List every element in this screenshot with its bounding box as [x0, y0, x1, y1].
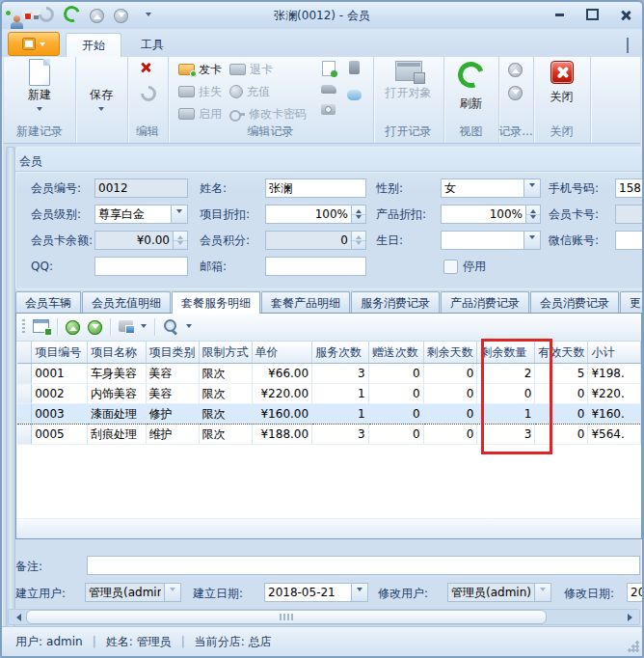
product-discount-field[interactable]: 100%: [441, 205, 541, 224]
scrollbar-thumb[interactable]: [26, 610, 547, 624]
remarks-field[interactable]: [87, 556, 640, 575]
modified-date-field[interactable]: 20: [627, 583, 644, 602]
col-item-name[interactable]: 项目名称: [87, 342, 146, 364]
previous-record-icon[interactable]: [508, 63, 523, 77]
disable-checkbox[interactable]: [443, 260, 458, 274]
col-valid-days[interactable]: 有效天数: [535, 342, 588, 364]
scroll-left-icon[interactable]: [9, 610, 24, 624]
tab-more-info[interactable]: 更多信息: [620, 291, 644, 314]
tab-service-consumption[interactable]: 服务消费记录: [351, 291, 440, 314]
col-gift-count[interactable]: 赠送次数: [368, 342, 423, 364]
issue-card-button[interactable]: 发卡: [178, 60, 222, 79]
birthday-field[interactable]: [441, 231, 541, 250]
modified-by-field[interactable]: 管理员(admin): [447, 583, 551, 602]
recharge-button[interactable]: 充值: [229, 82, 270, 101]
search-icon[interactable]: [163, 318, 178, 337]
tab-start[interactable]: 开始: [66, 33, 121, 58]
open-object-button[interactable]: 打开对象: [373, 59, 443, 99]
dropdown-icon[interactable]: [523, 179, 540, 197]
email-field[interactable]: [265, 257, 366, 276]
new-button[interactable]: 新建: [4, 59, 75, 114]
resize-grip[interactable]: [628, 641, 639, 652]
col-unit-price[interactable]: 单价: [252, 342, 312, 364]
move-up-icon[interactable]: [66, 320, 80, 335]
calculator-icon[interactable]: [349, 61, 360, 77]
tab-package-service-details[interactable]: 套餐服务明细: [172, 291, 260, 314]
tab-member-consumption[interactable]: 会员消费记录: [530, 291, 619, 314]
app-menu-button[interactable]: [8, 32, 60, 56]
gender-field[interactable]: 女: [441, 178, 541, 198]
tab-package-product-details[interactable]: 套餐产品明细: [261, 291, 350, 314]
name-field[interactable]: 张澜: [265, 178, 366, 198]
undo-icon[interactable]: [39, 7, 54, 25]
horizontal-scrollbar[interactable]: [8, 609, 640, 625]
report-loss-button[interactable]: 挂失: [178, 82, 222, 101]
col-item-category[interactable]: 项目类别: [146, 342, 199, 364]
level-field[interactable]: 尊享白金: [94, 205, 188, 224]
record-down-icon[interactable]: [114, 9, 128, 23]
export-icon[interactable]: [119, 320, 133, 335]
dropdown-icon[interactable]: [171, 206, 187, 223]
tab-product-consumption[interactable]: 产品消费记录: [441, 291, 529, 314]
toolbar-grip[interactable]: [22, 319, 25, 335]
refresh-icon[interactable]: [64, 6, 80, 25]
col-remaining-days[interactable]: 剩余天数: [423, 342, 477, 364]
points-field[interactable]: 0: [265, 231, 366, 250]
record-up-icon[interactable]: [90, 9, 104, 23]
phone-field[interactable]: 158: [615, 178, 644, 198]
maximize-button[interactable]: [584, 8, 600, 21]
left-splitter[interactable]: [6, 147, 15, 627]
tab-recharge-details[interactable]: 会员充值明细: [82, 291, 171, 314]
save-button[interactable]: 保存: [75, 88, 127, 114]
spinner[interactable]: [173, 232, 187, 249]
balance-field[interactable]: ¥0.00: [94, 231, 188, 250]
col-limit-type[interactable]: 限制方式: [199, 342, 252, 364]
report-icon[interactable]: [322, 61, 335, 79]
scroll-right-icon[interactable]: [624, 610, 639, 624]
tab-member-vehicles[interactable]: 会员车辆: [15, 291, 81, 314]
member-no-field[interactable]: 0012: [94, 178, 188, 198]
move-down-icon[interactable]: [88, 320, 102, 335]
qq-field[interactable]: [94, 257, 188, 276]
refresh-button[interactable]: 刷新: [443, 59, 498, 110]
loss-card-icon: [178, 86, 195, 97]
item-discount-field[interactable]: 100%: [265, 205, 366, 224]
table-row[interactable]: 0001车身美容 美容限次 ¥66.003 00 25 ¥198.: [17, 364, 641, 384]
search-dropdown-icon[interactable]: [186, 320, 192, 334]
return-card-button[interactable]: 退卡: [229, 60, 273, 79]
close-window-button[interactable]: [617, 8, 632, 21]
close-button[interactable]: 关闭: [533, 59, 590, 103]
qat-customize-icon[interactable]: [138, 9, 151, 22]
col-service-count[interactable]: 服务次数: [312, 342, 369, 364]
col-subtotal[interactable]: 小计: [588, 342, 641, 364]
table-row[interactable]: 0005刮痕处理 维护限次 ¥188.003 00 30 ¥564.: [17, 425, 641, 445]
dropdown-icon[interactable]: [523, 232, 540, 249]
table-row-selected[interactable]: 0003漆面处理 修护限次 ¥160.001 00 10 ¥160.: [17, 404, 641, 425]
detail-grid: 项目编号 项目名称 项目类别 限制方式 单价 服务次数 赠送次数 剩余天数 剩余…: [15, 313, 642, 539]
created-date-field[interactable]: 2018-05-21: [264, 583, 368, 602]
export-dropdown-icon[interactable]: [141, 320, 147, 334]
wechat-field[interactable]: [615, 231, 644, 250]
col-item-no[interactable]: 项目编号: [32, 342, 88, 364]
minimize-button[interactable]: [551, 8, 567, 21]
vehicle-icon[interactable]: [321, 83, 336, 96]
dropdown-icon[interactable]: [351, 584, 367, 601]
created-by-field[interactable]: 管理员(admin): [85, 583, 181, 602]
spinner[interactable]: [525, 206, 540, 223]
change-card-password-button[interactable]: 修改卡密码: [229, 104, 307, 123]
spinner[interactable]: [351, 206, 365, 223]
col-remaining-qty[interactable]: 剩余数量: [477, 342, 535, 364]
collapse-ribbon-icon[interactable]: [627, 40, 629, 53]
tab-tools[interactable]: 工具: [125, 33, 179, 57]
camera-icon[interactable]: [321, 104, 335, 118]
dropdown-icon[interactable]: [534, 584, 550, 601]
enable-button[interactable]: 启用: [178, 104, 222, 123]
card-no-field[interactable]: [615, 205, 644, 224]
spinner[interactable]: [351, 232, 365, 249]
next-record-icon[interactable]: [508, 86, 523, 100]
dropdown-icon[interactable]: [164, 584, 180, 601]
message-icon[interactable]: [347, 90, 362, 103]
undo-icon[interactable]: [141, 86, 156, 104]
add-row-icon[interactable]: [33, 319, 49, 336]
table-row[interactable]: 0002内饰美容 美容限次 ¥220.001 00 00 ¥220.: [17, 384, 641, 404]
